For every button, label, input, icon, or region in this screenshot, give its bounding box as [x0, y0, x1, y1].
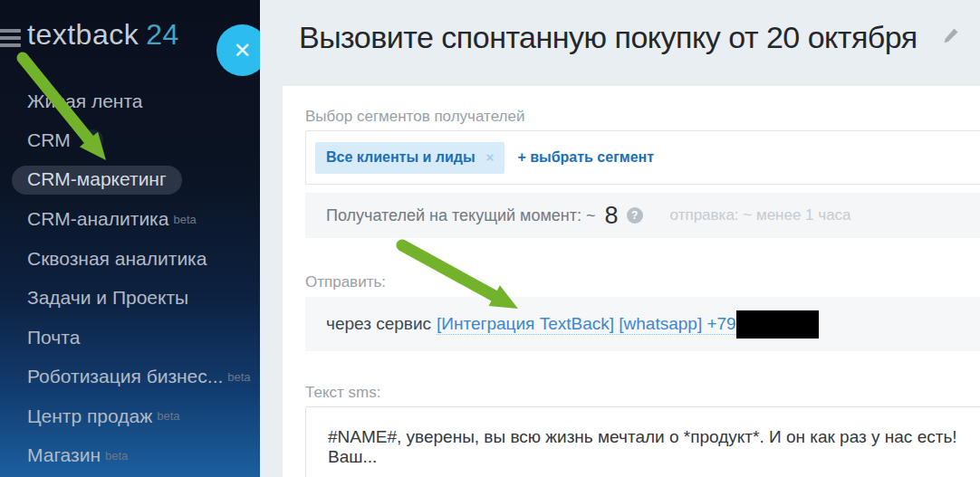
sidebar-close-button[interactable]: ✕ [216, 24, 260, 76]
recipients-band: Получателей на текущий момент: ~ 8 ? отп… [305, 193, 980, 238]
sidebar-item-store[interactable]: Магазинbeta [0, 436, 260, 476]
sidebar-item-crm[interactable]: CRM [0, 121, 260, 161]
segment-tag[interactable]: Все клиенты и лиды × [315, 142, 504, 174]
sidebar-item-live-feed[interactable]: Живая лента [0, 81, 260, 121]
segments-label: Выбор сегментов получателей [305, 108, 524, 126]
campaign-title-text: Вызовите спонтанную покупку от 20 октябр… [299, 20, 918, 54]
sidebar-item-label: Центр продаж [27, 405, 152, 427]
segments-box: Все клиенты и лиды × + выбрать сегмент [305, 130, 980, 185]
page-title: Вызовите спонтанную покупку от 20 октябр… [299, 20, 959, 55]
close-icon: ✕ [233, 38, 251, 62]
redacted-phone [736, 310, 819, 339]
edit-icon[interactable] [942, 27, 959, 44]
sending-estimate: отправка: ~ менее 1 часа [670, 206, 851, 224]
service-box: через сервис [Интеграция TextBack] [what… [305, 297, 980, 351]
sidebar-item-label: Почта [27, 327, 80, 348]
logo-text: textback [27, 18, 139, 51]
sms-textarea[interactable]: #NAME#, уверены, вы всю жизнь мечтали о … [305, 406, 980, 477]
beta-badge: beta [157, 409, 179, 423]
crm-counter-bubble [82, 129, 103, 151]
sidebar-item-label: CRM-аналитика [27, 208, 168, 230]
sidebar-item-tasks-projects[interactable]: Задачи и Проекты [0, 279, 260, 319]
sidebar-item-label: Сквозная аналитика [27, 248, 207, 270]
sidebar-item-label: Роботизация бизнес... [27, 366, 223, 387]
sidebar-item-label: CRM [27, 129, 71, 151]
sidebar-item-crm-analytics[interactable]: CRM-аналитикаbeta [0, 200, 260, 240]
main-area: Вызовите спонтанную покупку от 20 октябр… [260, 0, 980, 477]
sms-label: Текст sms: [305, 384, 380, 402]
help-icon[interactable]: ? [627, 207, 643, 224]
sidebar-item-crm-marketing[interactable]: CRM-маркетинг [0, 160, 260, 200]
sidebar-item-end-to-end-analytics[interactable]: Сквозная аналитика [0, 239, 260, 279]
sidebar-item-label: Живая лента [27, 91, 143, 112]
sidebar-item-sales-center[interactable]: Центр продажbeta [0, 396, 260, 436]
beta-badge: beta [227, 370, 250, 384]
logo[interactable]: textback24 [27, 18, 179, 52]
sidebar-menu: Живая лентаCRMCRM-маркетингCRM-аналитика… [0, 81, 260, 475]
recipients-label: Получателей на текущий момент: ~ [326, 206, 596, 225]
recipients-count: 8 [605, 202, 619, 230]
screen: textback24 ✕ Живая лентаCRMCRM-маркетинг… [0, 0, 980, 477]
segment-tag-label: Все клиенты и лиды [326, 149, 476, 166]
sidebar-item-label: CRM-маркетинг [12, 166, 182, 195]
sidebar: textback24 ✕ Живая лентаCRMCRM-маркетинг… [0, 0, 260, 477]
send-via-label: Отправить: [305, 273, 386, 291]
sidebar-item-label: Задачи и Проекты [27, 287, 188, 309]
menu-icon[interactable] [0, 29, 21, 51]
sms-text: #NAME#, уверены, вы всю жизнь мечтали о … [328, 427, 957, 466]
remove-tag-icon[interactable]: × [486, 149, 495, 165]
sidebar-item-business-automation[interactable]: Роботизация бизнес...beta [0, 358, 260, 397]
sidebar-item-label: Магазин [27, 444, 101, 466]
add-segment-link[interactable]: + выбрать сегмент [517, 149, 654, 166]
service-link[interactable]: [Интеграция TextBack] [whatsapp] +79 [437, 314, 736, 335]
beta-badge: beta [173, 213, 196, 226]
beta-badge: beta [105, 449, 128, 463]
logo-number: 24 [146, 18, 179, 51]
campaign-card: Выбор сегментов получателей Все клиенты … [283, 86, 980, 477]
service-prefix: через сервис [326, 314, 431, 334]
sidebar-item-mail[interactable]: Почта [0, 318, 260, 358]
